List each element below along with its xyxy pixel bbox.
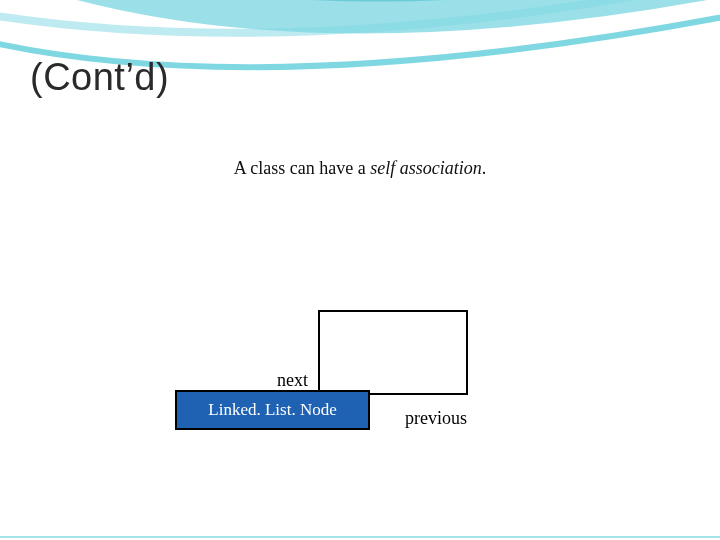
- association-loop-box: [318, 310, 468, 395]
- intro-line: A class can have a self association.: [0, 158, 720, 179]
- intro-pre: A class can have a: [234, 158, 370, 178]
- intro-emphasis: self association: [370, 158, 482, 178]
- slide-bottom-hairline: [0, 534, 720, 540]
- previous-role-label: previous: [405, 408, 467, 429]
- self-association-diagram: next Linked. List. Node previous: [175, 310, 545, 440]
- intro-post: .: [482, 158, 487, 178]
- slide-title: (Cont’d): [30, 56, 169, 99]
- next-role-label: next: [277, 370, 308, 391]
- class-box-linkedlistnode: Linked. List. Node: [175, 390, 370, 430]
